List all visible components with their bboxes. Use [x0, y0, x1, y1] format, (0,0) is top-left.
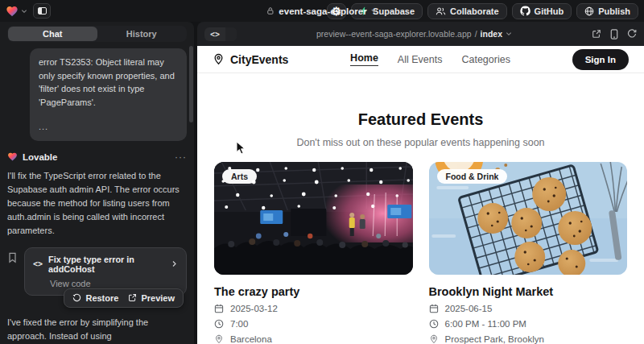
category-badge: Arts — [222, 169, 257, 184]
external-link-icon — [128, 293, 137, 302]
code-change-title: Fix type type error in addCoHost — [48, 255, 165, 274]
site-navbar: CityEvents Home All Events Categories Si… — [197, 46, 644, 73]
error-ellipsis: ... — [39, 120, 178, 134]
chevron-down-icon — [506, 31, 512, 37]
event-title: The crazy party — [214, 285, 413, 298]
top-bar: event-saga-explorer ⚙ Supabase Collabora… — [0, 0, 644, 22]
panel-icon — [38, 7, 47, 15]
people-icon — [436, 6, 446, 16]
message-menu-button[interactable]: ··· — [175, 151, 187, 163]
calendar-icon — [429, 304, 439, 313]
event-date-row: 2025-03-12 — [214, 304, 413, 313]
publish-button[interactable]: Publish — [576, 3, 638, 19]
tab-chat[interactable]: Chat — [8, 27, 97, 41]
assistant-summary: I've fixed the error by simplifying the … — [7, 316, 187, 344]
github-button[interactable]: GitHub — [512, 3, 572, 19]
event-image-conference: Arts — [214, 162, 413, 275]
restore-button[interactable]: Restore — [72, 293, 118, 303]
event-date: 2025-03-12 — [230, 304, 278, 313]
pin-icon — [214, 334, 224, 344]
event-location: Prospect Park, Brooklyn — [445, 334, 544, 344]
site-brand[interactable]: CityEvents — [213, 53, 288, 66]
eye-segment — [225, 27, 237, 41]
assistant-message: I'll fix the TypeScript error related to… — [7, 169, 187, 238]
lovable-heart-icon — [7, 151, 18, 162]
nav-all-events[interactable]: All Events — [398, 54, 443, 65]
error-text: error TS2353: Object literal may only sp… — [39, 56, 178, 109]
hero-subtitle: Don't miss out on these popular events h… — [197, 137, 644, 148]
chat-sidebar: Chat History error TS2353: Object litera… — [0, 22, 194, 344]
version-toolbar: Restore Preview — [64, 288, 184, 308]
github-icon — [520, 6, 530, 16]
collaborate-label: Collaborate — [450, 6, 499, 16]
event-location: Barcelona — [230, 334, 272, 344]
assistant-name: Lovable — [23, 152, 170, 162]
hero-title: Featured Events — [197, 110, 644, 129]
pin-icon — [429, 334, 439, 344]
event-image-cookies: Food & Drink — [429, 162, 628, 275]
preview-url-bar[interactable]: preview--event-saga-explorer.lovable.app… — [243, 29, 585, 39]
chat-history-tabs: Chat History — [7, 26, 187, 42]
preview-page: index — [481, 29, 502, 39]
collaborate-button[interactable]: Collaborate — [427, 3, 507, 19]
event-location-row: Prospect Park, Brooklyn — [429, 334, 628, 344]
clock-icon — [214, 319, 224, 329]
event-title: Brooklyn Night Market — [429, 285, 628, 298]
nav-categories[interactable]: Categories — [461, 54, 510, 65]
summary-text: I've fixed the error by simplifying the … — [7, 317, 148, 342]
sidebar-scrollbar[interactable] — [189, 46, 193, 122]
globe-icon — [584, 6, 594, 16]
hero-section: Featured Events Don't miss out on these … — [197, 110, 644, 148]
chevron-right-icon — [171, 260, 178, 267]
event-time: 6:00 PM - 11:00 PM — [445, 319, 526, 329]
code-icon: <> — [204, 27, 225, 41]
bookmark-icon[interactable] — [7, 252, 18, 263]
event-card[interactable]: Arts The crazy party 2025-03-12 7:00 Bar… — [214, 162, 413, 344]
map-pin-icon — [213, 53, 225, 65]
event-date-row: 2025-06-15 — [429, 304, 628, 313]
user-error-bubble: error TS2353: Object literal may only sp… — [30, 48, 187, 141]
sign-in-button[interactable]: Sign In — [572, 49, 629, 70]
event-time: 7:00 — [230, 319, 248, 329]
preview-url: preview--event-saga-explorer.lovable.app — [316, 29, 472, 39]
event-time-row: 6:00 PM - 11:00 PM — [429, 319, 628, 329]
mobile-view-icon[interactable] — [610, 29, 618, 39]
calendar-icon — [214, 304, 224, 313]
restore-icon — [72, 293, 81, 302]
chevron-down-icon — [21, 8, 27, 15]
preview-button[interactable]: Preview — [128, 293, 175, 303]
category-badge: Food & Drink — [437, 169, 508, 184]
github-label: GitHub — [535, 6, 564, 16]
lovable-logo-menu[interactable] — [6, 5, 27, 18]
refresh-icon[interactable] — [627, 29, 637, 39]
brand-name: CityEvents — [230, 53, 288, 66]
code-view-toggle[interactable]: <> — [204, 27, 237, 41]
nav-home[interactable]: Home — [350, 52, 378, 66]
event-cards: Arts The crazy party 2025-03-12 7:00 Bar… — [197, 162, 644, 344]
url-separator: / — [475, 29, 477, 39]
open-external-icon[interactable] — [592, 29, 601, 39]
preview-toolbar: <> preview--event-saga-explorer.lovable.… — [197, 22, 644, 46]
lovable-heart-icon — [6, 5, 19, 18]
event-card[interactable]: Food & Drink Brooklyn Night Market 2025-… — [429, 162, 628, 344]
preview-label: Preview — [141, 293, 175, 303]
site-nav: Home All Events Categories — [350, 52, 510, 66]
project-switcher[interactable]: event-saga-explorer — [266, 0, 378, 22]
code-icon: <> — [33, 259, 43, 268]
tab-history[interactable]: History — [97, 27, 187, 41]
event-date: 2025-06-15 — [445, 304, 493, 313]
supabase-label: Supabase — [373, 6, 415, 16]
view-code-link[interactable]: View code — [50, 279, 178, 288]
publish-label: Publish — [598, 6, 630, 16]
clock-icon — [429, 319, 439, 329]
site-preview: CityEvents Home All Events Categories Si… — [197, 46, 644, 344]
restore-label: Restore — [85, 293, 118, 303]
event-time-row: 7:00 — [214, 319, 413, 329]
event-location-row: Barcelona — [214, 334, 413, 344]
sidebar-toggle-button[interactable] — [33, 3, 51, 19]
project-name: event-saga-explorer — [279, 6, 366, 16]
lock-icon — [266, 6, 275, 15]
preview-panel: <> preview--event-saga-explorer.lovable.… — [197, 22, 644, 344]
chevron-down-icon — [371, 7, 378, 15]
